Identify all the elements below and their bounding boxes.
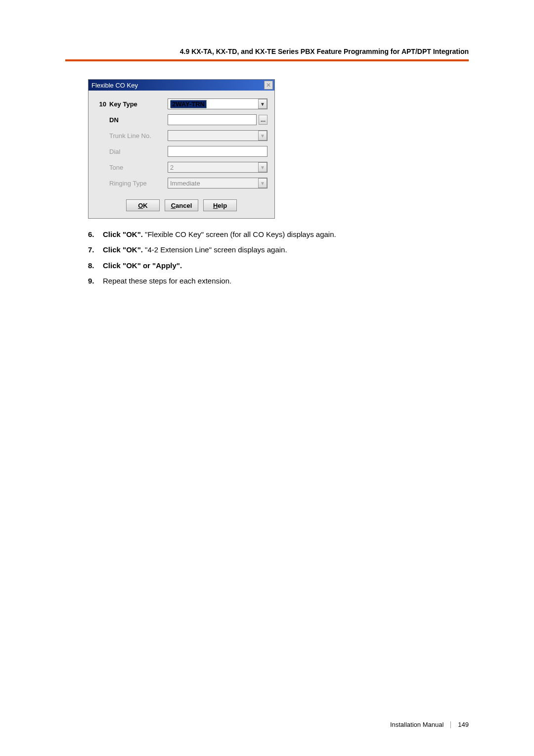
footer-doc: Installation Manual	[390, 721, 444, 728]
trunk-combo: ▼	[168, 130, 267, 141]
label-dial: Dial	[109, 148, 168, 155]
step-7: 7. Click "OK". "4-2 Extension Line" scre…	[88, 244, 469, 255]
help-ul: H	[213, 202, 218, 209]
tone-value: 2	[170, 164, 174, 171]
step-bold: Click "OK"	[103, 261, 141, 270]
label-tone: Tone	[109, 164, 168, 171]
help-rest: elp	[218, 202, 227, 209]
cancel-ul: C	[171, 202, 176, 209]
ringing-value: Immediate	[170, 180, 200, 187]
cancel-button[interactable]: Cancel	[165, 199, 198, 211]
row-tone: Tone 2 ▼	[95, 162, 267, 173]
label-dn: DN	[109, 116, 168, 124]
header-rule	[65, 59, 469, 61]
row-dial: Dial	[95, 146, 267, 157]
dialog-title: Flexible CO Key	[91, 82, 138, 89]
step-rest-bold: or "Apply".	[141, 261, 182, 270]
row-number: 10	[95, 100, 109, 108]
step-rest: "Flexible CO Key" screen (for all CO Key…	[143, 230, 336, 238]
ok-ul: O	[138, 202, 143, 209]
key-type-value: 2WAY-TRN	[170, 100, 207, 108]
dial-input[interactable]	[168, 146, 267, 157]
chevron-down-icon: ▼	[258, 178, 267, 188]
label-key-type: Key Type	[109, 100, 168, 108]
chevron-down-icon: ▼	[258, 99, 267, 109]
close-icon: ✕	[266, 82, 271, 89]
step-rest: Repeat these steps for each extension.	[103, 277, 231, 285]
step-number: 7.	[88, 244, 103, 255]
dn-input[interactable]	[168, 114, 257, 125]
close-button[interactable]: ✕	[264, 81, 273, 90]
label-ringing: Ringing Type	[109, 180, 168, 187]
dialog-body: 10 Key Type 2WAY-TRN ▼ DN ...	[89, 91, 274, 218]
key-type-combo[interactable]: 2WAY-TRN ▼	[168, 98, 267, 109]
label-trunk: Trunk Line No.	[109, 132, 168, 140]
step-text: Click "OK". "4-2 Extension Line" screen …	[103, 244, 469, 255]
dn-more-button[interactable]: ...	[259, 115, 267, 125]
step-9: 9. Repeat these steps for each extension…	[88, 275, 469, 286]
step-bold: Click "OK".	[103, 230, 143, 238]
dialog-titlebar: Flexible CO Key ✕	[89, 80, 274, 91]
dialog-button-row: OK Cancel Help	[95, 199, 267, 211]
step-text: Repeat these steps for each extension.	[103, 275, 469, 286]
step-number: 9.	[88, 275, 103, 286]
ok-button[interactable]: OK	[126, 199, 160, 211]
step-rest: "4-2 Extension Line" screen displays aga…	[143, 245, 287, 254]
page-footer: Installation Manual 149	[390, 721, 469, 728]
row-dn: DN ...	[95, 114, 267, 125]
step-text: Click "OK" or "Apply".	[103, 260, 469, 271]
step-text: Click "OK". "Flexible CO Key" screen (fo…	[103, 229, 469, 240]
step-bold: Click "OK".	[103, 245, 143, 254]
section-title: 4.9 KX-TA, KX-TD, and KX-TE Series PBX F…	[180, 47, 469, 55]
more-icon: ...	[261, 116, 266, 123]
section-header: 4.9 KX-TA, KX-TD, and KX-TE Series PBX F…	[65, 47, 469, 58]
step-number: 8.	[88, 260, 103, 271]
row-trunk: Trunk Line No. ▼	[95, 130, 267, 141]
step-6: 6. Click "OK". "Flexible CO Key" screen …	[88, 229, 469, 240]
ringing-combo: Immediate ▼	[168, 178, 267, 189]
row-ringing: Ringing Type Immediate ▼	[95, 178, 267, 189]
footer-divider	[450, 721, 451, 728]
instruction-steps: 6. Click "OK". "Flexible CO Key" screen …	[88, 229, 469, 290]
step-8: 8. Click "OK" or "Apply".	[88, 260, 469, 271]
dialog-flexible-co-key: Flexible CO Key ✕ 10 Key Type 2WAY-TRN ▼…	[88, 79, 275, 219]
row-key-type: 10 Key Type 2WAY-TRN ▼	[95, 98, 267, 109]
help-button[interactable]: Help	[203, 199, 237, 211]
chevron-down-icon: ▼	[258, 131, 267, 141]
tone-combo: 2 ▼	[168, 162, 267, 173]
step-number: 6.	[88, 229, 103, 240]
footer-page: 149	[458, 721, 469, 728]
cancel-rest: ancel	[176, 202, 192, 209]
chevron-down-icon: ▼	[258, 162, 267, 172]
ok-rest: K	[143, 202, 147, 209]
